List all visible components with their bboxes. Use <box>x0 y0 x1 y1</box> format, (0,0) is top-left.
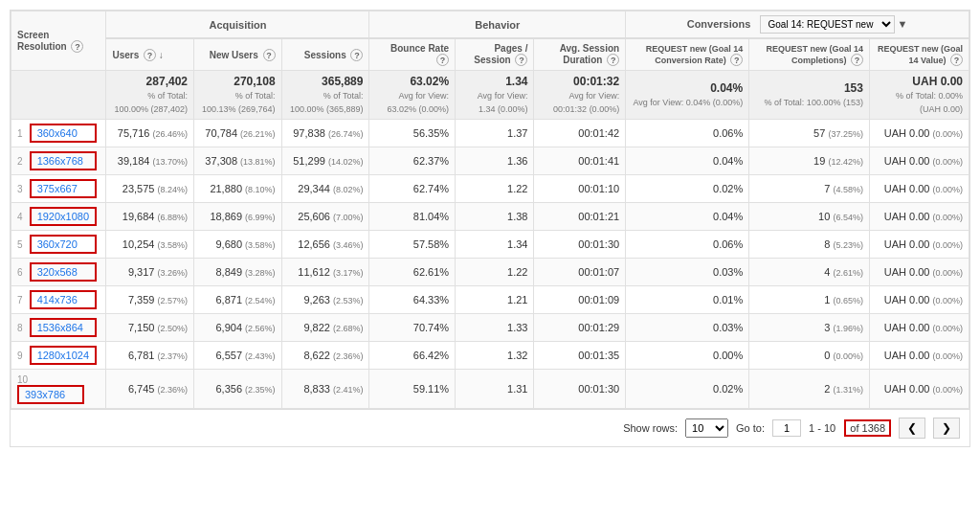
conversions-group-header: Conversions Goal 14: REQUEST new ▼ <box>626 11 969 39</box>
value-cell: UAH 0.00 (0.00%) <box>869 231 969 259</box>
completions-help-icon[interactable]: ? <box>851 54 863 66</box>
total-conv-rate: 0.04% Avg for View: 0.04% (0.00%) <box>626 71 749 120</box>
conv-rate-help-icon[interactable]: ? <box>730 54 743 66</box>
sessions-cell: 11,612 (3.17%) <box>281 259 369 286</box>
total-new-users: 270,108 % of Total: 100.13% (269,764) <box>194 71 282 120</box>
users-cell: 6,781 (2.37%) <box>106 342 194 370</box>
resolution-cell[interactable]: 1 360x640 <box>11 120 106 147</box>
completions-cell: 1 (0.65%) <box>749 286 870 314</box>
help-icon[interactable]: ? <box>71 40 83 53</box>
avg-session-header[interactable]: Avg. Session Duration ? <box>534 38 626 71</box>
next-page-button[interactable]: ❯ <box>933 418 960 439</box>
avg-duration-cell: 00:01:10 <box>534 175 626 203</box>
users-cell: 23,575 (8.24%) <box>106 175 194 203</box>
resolution-cell[interactable]: 4 1920x1080 <box>11 203 106 231</box>
pages-session-cell: 1.38 <box>456 203 534 231</box>
totals-row: 287,402 % of Total: 100.00% (287,402) 27… <box>11 71 969 120</box>
table-row: 7 414x736 7,359 (2.57%) 6,871 (2.54%) 9,… <box>11 286 969 314</box>
avg-session-help-icon[interactable]: ? <box>607 54 619 66</box>
resolution-cell[interactable]: 8 1536x864 <box>11 314 106 342</box>
value-cell: UAH 0.00 (0.00%) <box>869 342 969 370</box>
new-users-cell: 6,904 (2.56%) <box>194 314 282 342</box>
table-row: 1 360x640 75,716 (26.46%) 70,784 (26.21%… <box>11 120 969 147</box>
resolution-cell[interactable]: 10 393x786 <box>11 370 106 409</box>
pages-session-cell: 1.34 <box>456 231 534 259</box>
bounce-rate-cell: 66.42% <box>369 342 456 370</box>
show-rows-select[interactable]: 10 25 50 100 500 <box>685 418 728 438</box>
total-completions: 153 % of Total: 100.00% (153) <box>749 71 870 120</box>
table-footer: Show rows: 10 25 50 100 500 Go to: 1 - 1… <box>11 409 969 446</box>
users-cell: 39,184 (13.70%) <box>106 147 194 175</box>
bounce-rate-cell: 62.61% <box>369 259 456 286</box>
resolution-cell[interactable]: 3 375x667 <box>11 175 106 203</box>
pages-session-cell: 1.33 <box>456 314 534 342</box>
pages-session-cell: 1.31 <box>456 370 534 409</box>
table-row: 9 1280x1024 6,781 (2.37%) 6,557 (2.43%) … <box>11 342 969 370</box>
new-users-cell: 8,849 (3.28%) <box>194 259 282 286</box>
table-row: 3 375x667 23,575 (8.24%) 21,880 (8.10%) … <box>11 175 969 203</box>
sort-icon[interactable]: ↓ <box>159 50 164 60</box>
new-users-cell: 9,680 (3.58%) <box>194 231 282 259</box>
sessions-header[interactable]: Sessions ? <box>281 38 369 71</box>
goal-select[interactable]: Goal 14: REQUEST new <box>760 15 895 34</box>
resolution-cell[interactable]: 2 1366x768 <box>11 147 106 175</box>
page-range: 1 - 10 of 1368 <box>809 422 891 434</box>
conv-rate-cell: 0.02% <box>626 370 749 409</box>
users-cell: 6,745 (2.36%) <box>106 370 194 409</box>
pages-session-help-icon[interactable]: ? <box>515 54 527 66</box>
users-cell: 75,716 (26.46%) <box>106 120 194 147</box>
bounce-rate-header[interactable]: Bounce Rate ? <box>369 38 456 71</box>
conv-rate-cell: 0.06% <box>626 120 749 147</box>
sessions-cell: 12,656 (3.46%) <box>281 231 369 259</box>
resolution-cell[interactable]: 9 1280x1024 <box>11 342 106 370</box>
total-avg-duration: 00:01:32 Avg for View: 00:01:32 (0.00%) <box>534 71 626 120</box>
sessions-cell: 8,833 (2.41%) <box>281 370 369 409</box>
resolution-cell[interactable]: 5 360x720 <box>11 231 106 259</box>
completions-cell: 2 (1.31%) <box>749 370 870 409</box>
new-users-help-icon[interactable]: ? <box>263 49 276 61</box>
table-row: 2 1366x768 39,184 (13.70%) 37,308 (13.81… <box>11 147 969 175</box>
completions-cell: 4 (2.61%) <box>749 259 870 286</box>
bounce-rate-cell: 56.35% <box>369 120 456 147</box>
avg-duration-cell: 00:01:09 <box>534 286 626 314</box>
bounce-rate-cell: 62.37% <box>369 147 456 175</box>
resolution-cell[interactable]: 7 414x736 <box>11 286 106 314</box>
users-cell: 7,359 (2.57%) <box>106 286 194 314</box>
conv-rate-cell: 0.02% <box>626 175 749 203</box>
value-cell: UAH 0.00 (0.00%) <box>869 175 969 203</box>
sessions-cell: 9,263 (2.53%) <box>281 286 369 314</box>
users-help-icon[interactable]: ? <box>144 49 156 61</box>
prev-page-button[interactable]: ❮ <box>899 418 925 439</box>
table-row: 10 393x786 6,745 (2.36%) 6,356 (2.35%) 8… <box>11 370 969 409</box>
new-users-cell: 70,784 (26.21%) <box>194 120 282 147</box>
value-cell: UAH 0.00 (0.00%) <box>869 370 969 409</box>
resolution-cell[interactable]: 6 320x568 <box>11 259 106 286</box>
new-users-cell: 6,557 (2.43%) <box>194 342 282 370</box>
sub-header-row: Users ? ↓ New Users ? Sessions ? Bounce … <box>11 38 969 71</box>
goto-input[interactable] <box>772 419 801 437</box>
value-help-icon[interactable]: ? <box>950 54 963 66</box>
avg-duration-cell: 00:01:21 <box>534 203 626 231</box>
pages-session-header[interactable]: Pages / Session ? <box>456 38 534 71</box>
new-users-cell: 37,308 (13.81%) <box>194 147 282 175</box>
completions-cell: 19 (12.42%) <box>749 147 870 175</box>
users-cell: 9,317 (3.26%) <box>106 259 194 286</box>
total-users: 287,402 % of Total: 100.00% (287,402) <box>106 71 194 120</box>
bounce-rate-help-icon[interactable]: ? <box>436 54 449 66</box>
new-users-cell: 6,871 (2.54%) <box>194 286 282 314</box>
completions-cell: 10 (6.54%) <box>749 203 870 231</box>
users-header[interactable]: Users ? ↓ <box>106 38 194 71</box>
sessions-help-icon[interactable]: ? <box>350 49 363 61</box>
show-rows-label: Show rows: <box>623 422 678 434</box>
totals-label <box>11 71 106 120</box>
sessions-cell: 97,838 (26.74%) <box>281 120 369 147</box>
bounce-rate-cell: 81.04% <box>369 203 456 231</box>
sessions-cell: 29,344 (8.02%) <box>281 175 369 203</box>
completions-header[interactable]: REQUEST new (Goal 14 Completions) ? <box>749 38 870 71</box>
conv-rate-cell: 0.00% <box>626 342 749 370</box>
total-sessions: 365,889 % of Total: 100.00% (365,889) <box>281 71 369 120</box>
new-users-header[interactable]: New Users ? <box>194 38 282 71</box>
value-header[interactable]: REQUEST new (Goal 14 Value) ? <box>869 38 969 71</box>
conv-rate-header[interactable]: REQUEST new (Goal 14 Conversion Rate) ? <box>626 38 749 71</box>
value-cell: UAH 0.00 (0.00%) <box>869 259 969 286</box>
